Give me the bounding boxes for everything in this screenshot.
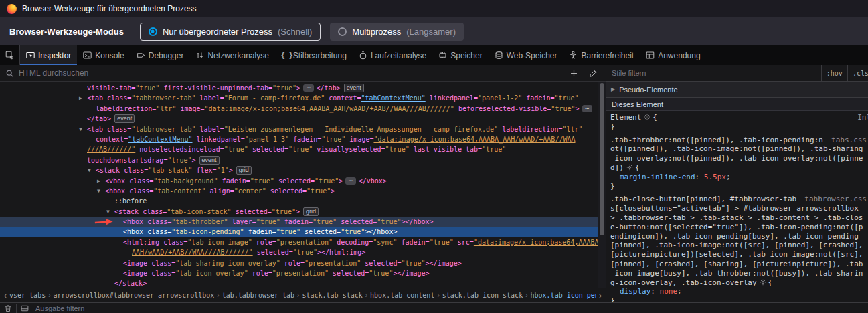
scrollbar-thumb[interactable] [600,83,604,235]
tab-barrierefreiheit[interactable]: Barrierefreiheit [563,45,640,65]
tab-laufzeitanalyse[interactable]: Laufzeitanalyse [353,45,432,65]
attribute-link[interactable]: AAH/wAAD/+AAB//WAA///AB//////" [132,249,253,256]
collapse-twisty-icon[interactable]: ▼ [88,165,91,175]
inline-ellipsis-badge[interactable]: ⋯ [582,105,592,112]
markup-line[interactable]: <image class="tab-sharing-icon-overlay" … [0,258,598,268]
markup-search-input[interactable]: HTML durchsuchen [19,68,556,78]
collapse-twisty-icon[interactable]: ▼ [97,186,100,196]
css-declaration[interactable]: display: none; [610,287,868,296]
markup-line[interactable]: </tab>event [0,114,598,124]
badge-event[interactable]: event [199,156,220,165]
markup-line[interactable]: ▼<stack class="tab-icon-stack" selected=… [0,207,598,217]
eyedropper-button[interactable] [586,65,600,81]
markup-token: role= [284,259,305,267]
tab-anwendung[interactable]: Anwendung [640,45,706,65]
tab-label: Inspektor [38,51,71,60]
rule-source-link[interactable]: tabs.css [831,136,867,145]
markup-line[interactable]: <hbox class="tab-icon-pending" fadein="t… [0,227,598,237]
breadcrumb-scroll-right-button[interactable]: › [596,291,604,300]
punctuation: ; [726,173,731,181]
gear-icon[interactable] [644,114,650,120]
open-brace: { [768,278,773,287]
attribute-link[interactable]: "data:image/x-icon;base64,AAABA_AAH/wAAD… [205,105,454,112]
markup-token: "tab-icon-overlay" [175,270,252,277]
markup-line[interactable]: labeldirection="ltr" image="data:image/x… [0,104,598,114]
markup-line[interactable]: ▶<tab class="tabbrowser-tab" label="Foru… [0,93,598,103]
markup-line[interactable]: AAH/wAAD/+AAB//WAA///AB//////" selected=… [0,247,598,257]
tab-speicher[interactable]: Speicher [432,45,488,65]
tab-debugger[interactable]: Debugger [131,45,190,65]
markup-line[interactable]: ::before [0,196,598,206]
gear-icon[interactable] [760,279,766,286]
markup-scrollbar[interactable] [598,82,606,288]
rule-selector[interactable]: Element [610,113,641,122]
markup-token: ::before [114,197,147,205]
markup-line[interactable]: ▼<hbox class="tab-content" align="center… [0,186,598,196]
toggle-pseudo-classes-button[interactable]: :hov [821,65,847,81]
breadcrumb-item[interactable]: stack.tab-icon-stack [442,292,523,299]
collapse-twisty-icon[interactable]: ▼ [106,207,110,217]
markup-token: ></hbox> [365,228,397,235]
collapse-twisty-icon[interactable]: ▼ [79,124,82,134]
rule-selector[interactable]: .tab-close-button[pinned], #tabbrowser-t… [610,195,863,286]
tab-inspektor[interactable]: Inspektor [20,45,77,65]
markup-token: "true" [385,146,414,153]
expand-twisty-icon[interactable]: ▶ [79,93,82,103]
breadcrumb-item[interactable]: tab.tabbrowser-tab [222,292,294,299]
toolbox-tabs: InspektorKonsoleDebuggerNetzwerkanalyse{… [20,45,707,65]
markup-line[interactable]: </stack> [0,278,598,288]
tab-netzwerkanalyse[interactable]: Netzwerkanalyse [189,45,274,65]
markup-view: visible-tab="true" first-visible-unpinne… [0,82,598,288]
mode-option-multiprocess[interactable]: Multiprozess (Langsamer) [330,23,464,41]
tab-label: Stilbearbeitung [293,51,347,60]
pseudo-elements-header[interactable]: ▶ Pseudo-Elemente [606,82,868,98]
tab-stilbearbeitung[interactable]: { }Stilbearbeitung [275,45,353,65]
markup-line[interactable]: visible-tab="true" first-visible-unpinne… [0,83,598,93]
markup-line[interactable]: ///AB//////" notselectedsinceload="true"… [0,144,598,154]
attribute-link[interactable]: "data:image/x-icon;base64,AAABA_ [474,239,598,246]
badge-grid[interactable]: grid [303,207,319,216]
css-declaration[interactable]: margin-inline-end: 5.5px; [610,173,868,182]
inline-ellipsis-badge[interactable]: ⋯ [345,177,355,185]
mode-option-parent-process-only[interactable]: Nur übergeordneter Prozess (Schnell) [140,23,321,41]
breadcrumb-item[interactable]: hbox.tab-content [370,292,434,299]
add-node-button[interactable] [566,65,581,81]
markup-line[interactable]: <image class="tab-icon-overlay" role="pr… [0,268,598,278]
markup-token: context= [329,94,361,102]
badge-event[interactable]: event [114,114,135,123]
tab-konsole[interactable]: Konsole [77,45,130,65]
breadcrumb-scroll-left-button[interactable]: ‹ [1,291,9,300]
console-filter-bar: Ausgabe filtern [0,302,868,313]
attribute-link[interactable]: ///AB//////" [87,146,135,153]
inline-ellipsis-badge[interactable]: ⋯ [303,84,313,92]
rule-source-link[interactable]: Inline [857,113,868,122]
node-picker-button[interactable] [0,45,20,65]
markup-line[interactable]: context="tabContextMenu" linkedpanel="pa… [0,134,598,144]
markup-line[interactable]: touchdownstartsdrag="true">event [0,155,598,165]
tab-web-speicher[interactable]: Web-Speicher [489,45,563,65]
attribute-link[interactable]: "tabContextMenu" [361,94,425,102]
breadcrumb-item[interactable]: vser-tabs [9,292,46,299]
breadcrumb-item[interactable]: stack.tab-stack [302,292,362,299]
markup-line[interactable]: ▼<stack class="tab-stack" flex="1">grid [0,165,598,175]
markup-line[interactable]: <html:img class="tab-icon-image" role="p… [0,237,598,247]
badge-event[interactable]: event [344,84,364,92]
badge-grid[interactable]: grid [236,166,252,175]
gear-icon[interactable] [626,164,633,171]
rule-selector[interactable]: .tab-throbber:not([pinned]), .tab-icon-p… [610,136,863,172]
plus-icon [570,69,578,78]
markup-line[interactable]: ▼<tab class="tabbrowser-tab" label="Leis… [0,124,598,134]
rule-source-link[interactable]: tabbrowser.css [804,195,867,204]
trash-icon[interactable] [4,304,12,312]
rules-filter-input[interactable]: Stile filtern [606,65,821,81]
expand-twisty-icon[interactable]: ▶ [97,176,100,186]
toggle-classes-button[interactable]: .cls [847,65,868,81]
markup-line[interactable]: <hbox class="tab-throbber" layer="true" … [0,217,598,227]
breadcrumb-item[interactable]: hbox.tab-icon-pending [531,292,596,299]
breadcrumb-item[interactable]: arrowscrollbox#tabbrowser-arrowscrollbox [54,292,215,299]
console-split-icon[interactable] [21,304,29,312]
console-filter-input[interactable]: Ausgabe filtern [35,304,84,312]
markup-line[interactable]: ▶<vbox class="tab-background" fadein="tr… [0,176,598,186]
attribute-link[interactable]: "data:image/x-icon;base64,AAABA_AAH/wAAD… [373,136,575,143]
attribute-link[interactable]: "tabContextMenu" [128,136,192,143]
